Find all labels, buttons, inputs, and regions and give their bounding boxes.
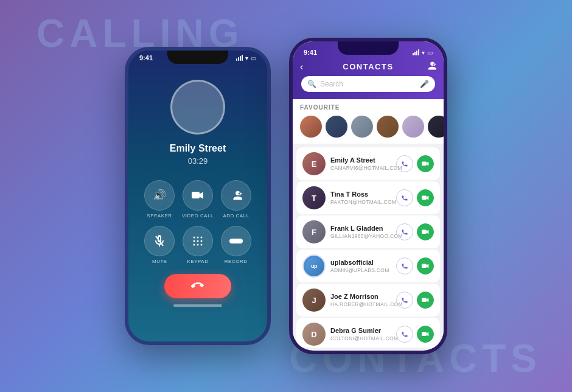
favourite-section: FAVOURITE	[293, 99, 444, 144]
contact-email-5: HA.ROBER@HOTMAIL.COM	[330, 301, 391, 307]
add-call-button[interactable]: ADD CALL	[221, 180, 251, 219]
favourite-avatar-2[interactable]	[326, 116, 347, 138]
call-button-6[interactable]	[396, 326, 413, 343]
time-right: 9:41	[304, 49, 317, 56]
contact-avatar-4: up	[302, 254, 326, 278]
speaker-button[interactable]: 🔊 SPEAKER	[144, 180, 175, 219]
svg-point-5	[193, 240, 195, 242]
favourite-avatar-5[interactable]	[402, 116, 424, 138]
contact-name-6: Debra G Sumler	[330, 327, 391, 334]
contact-actions-4	[396, 257, 434, 275]
wifi-icon: ▾	[245, 55, 248, 61]
contact-email-4: ADMIN@UPLABS.COM	[330, 267, 391, 273]
svg-point-9	[197, 244, 198, 246]
favourite-avatar-3[interactable]	[351, 116, 373, 138]
contacts-title: CONTACTS	[315, 62, 422, 71]
video-button-3[interactable]	[417, 223, 434, 240]
contact-item-4[interactable]: up uplabsofficial ADMIN@UPLABS.COM	[296, 250, 440, 282]
video-call-label: VIDEO CALL	[182, 213, 214, 219]
contact-item-6[interactable]: D Debra G Sumler COLTONI@HOTMAIL.COM	[296, 318, 440, 348]
favourite-label: FAVOURITE	[300, 104, 436, 111]
contact-email-3: GILLIAN1985@YAHOO.COM	[330, 233, 391, 239]
svg-rect-18	[422, 298, 427, 302]
phones-container: 9:41 ▾ ▭ Emily Street 03:29 🔊 SPEAKER	[125, 38, 447, 354]
search-placeholder: Search	[320, 80, 416, 88]
call-button-5[interactable]	[396, 292, 413, 309]
contact-avatar-1: E	[302, 152, 326, 175]
contact-info-3: Frank L Gladden GILLIAN1985@YAHOO.COM	[330, 225, 391, 239]
contact-info-5: Joe Z Morrison HA.ROBER@HOTMAIL.COM	[330, 293, 391, 307]
mute-button[interactable]: MUTE	[144, 226, 175, 264]
record-button[interactable]: RECORD	[221, 226, 251, 264]
keypad-button[interactable]: KEYPAD	[183, 226, 213, 264]
video-call-icon	[183, 180, 213, 211]
phone-right: 9:41 ▾ ▭ ‹ CONTACTS	[289, 38, 447, 354]
add-contact-button[interactable]	[422, 61, 436, 72]
contact-avatar-6: D	[302, 323, 326, 346]
call-buttons: 🔊 SPEAKER VIDEO CALL	[128, 180, 267, 264]
signal-bars-icon	[236, 55, 243, 61]
call-btn-row-2: MUTE	[141, 226, 255, 264]
contact-actions-5	[396, 292, 434, 309]
contact-name-1: Emily A Street	[330, 156, 391, 164]
contact-email-2: PAXTON@HOTMAIL.COM	[330, 199, 391, 205]
home-indicator-left	[173, 304, 222, 307]
favourite-avatar-6[interactable]	[428, 116, 444, 138]
favourite-avatar-1[interactable]	[300, 116, 322, 138]
contact-actions-2	[396, 189, 434, 206]
svg-rect-13	[232, 239, 240, 243]
svg-point-10	[200, 244, 202, 246]
time-left: 9:41	[139, 54, 153, 61]
battery-right-icon: ▭	[427, 49, 433, 56]
call-duration: 03:29	[128, 156, 267, 166]
video-call-button[interactable]: VIDEO CALL	[182, 180, 214, 219]
contact-actions-3	[396, 223, 434, 240]
wifi-right-icon: ▾	[422, 49, 425, 56]
call-button-4[interactable]	[396, 257, 413, 275]
favourite-avatar-4[interactable]	[377, 116, 399, 138]
record-label: RECORD	[225, 259, 248, 264]
svg-point-8	[193, 244, 195, 246]
contacts-header-bar: ‹ CONTACTS	[300, 60, 436, 76]
svg-rect-19	[422, 332, 427, 336]
contact-avatar-5: J	[302, 289, 326, 312]
keypad-icon	[183, 226, 213, 256]
call-button-2[interactable]	[396, 189, 413, 206]
microphone-icon: 🎤	[420, 80, 429, 88]
svg-rect-17	[422, 264, 427, 268]
svg-point-4	[200, 237, 202, 239]
svg-rect-16	[422, 229, 427, 234]
contact-actions-1	[396, 155, 434, 172]
notch-left	[167, 51, 228, 64]
contact-item-5[interactable]: J Joe Z Morrison HA.ROBER@HOTMAIL.COM	[296, 284, 440, 317]
back-button[interactable]: ‹	[300, 61, 315, 72]
video-button-5[interactable]	[417, 292, 434, 309]
contact-info-4: uplabsofficial ADMIN@UPLABS.COM	[330, 259, 391, 273]
contacts-body: FAVOURITE E Emily A Street CAMARVI6@H	[293, 99, 444, 348]
contact-name-3: Frank L Gladden	[330, 225, 391, 232]
video-button-4[interactable]	[417, 257, 434, 275]
video-button-6[interactable]	[417, 326, 434, 343]
speaker-label: SPEAKER	[147, 213, 172, 219]
contact-name-4: uplabsofficial	[330, 259, 391, 266]
contact-actions-6	[396, 326, 434, 343]
call-button-3[interactable]	[396, 223, 413, 240]
contact-item-1[interactable]: E Emily A Street CAMARVI6@HOTMAIL.COM	[296, 147, 440, 180]
search-bar[interactable]: 🔍 Search 🎤	[301, 76, 435, 92]
svg-point-2	[193, 237, 195, 239]
contact-item-3[interactable]: F Frank L Gladden GILLIAN1985@YAHOO.COM	[296, 215, 440, 248]
favourite-avatars	[300, 116, 436, 138]
contact-item-2[interactable]: T Tina T Ross PAXTON@HOTMAIL.COM	[296, 181, 440, 214]
status-icons-left: ▾ ▭	[236, 55, 256, 61]
contact-email-6: COLTONI@HOTMAIL.COM	[330, 335, 391, 341]
call-btn-row-1: 🔊 SPEAKER VIDEO CALL	[141, 180, 255, 219]
end-call-button[interactable]	[164, 274, 231, 298]
notch-right	[338, 41, 399, 55]
video-button-1[interactable]	[417, 155, 434, 172]
video-button-2[interactable]	[417, 189, 434, 206]
signal-bars-right-icon	[413, 49, 419, 55]
search-icon: 🔍	[307, 80, 316, 88]
contact-list: E Emily A Street CAMARVI6@HOTMAIL.COM	[293, 147, 444, 348]
contact-info-2: Tina T Ross PAXTON@HOTMAIL.COM	[330, 191, 391, 205]
call-button-1[interactable]	[396, 155, 413, 172]
